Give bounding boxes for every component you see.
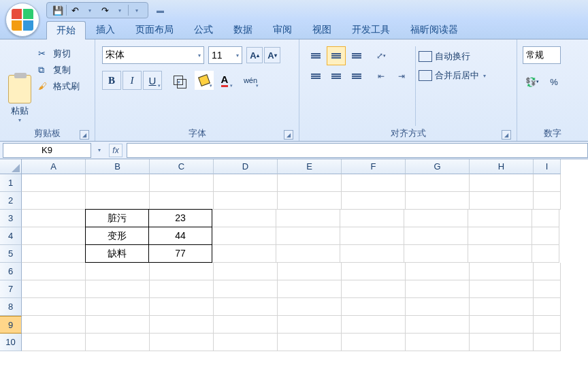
phonetic-button[interactable]: wén▾ [241, 71, 260, 90]
cell-F3[interactable] [340, 210, 404, 227]
increase-indent-button[interactable]: ⇥ [392, 67, 411, 86]
cells-area[interactable]: 脏污23变形44缺料77 [22, 174, 561, 351]
cell-D8[interactable] [214, 298, 278, 316]
cell-H10[interactable] [470, 334, 534, 351]
cell-C7[interactable] [150, 280, 214, 298]
cell-B8[interactable] [86, 298, 150, 316]
cell-F10[interactable] [342, 334, 406, 351]
cell-B2[interactable] [86, 192, 150, 210]
cell-C1[interactable] [150, 174, 214, 192]
cell-A1[interactable] [22, 174, 86, 192]
cell-F2[interactable] [342, 192, 406, 210]
cell-B6[interactable] [86, 263, 150, 280]
cell-A2[interactable] [22, 192, 86, 210]
cell-E4[interactable] [276, 227, 340, 245]
cell-C2[interactable] [150, 192, 214, 210]
cell-A5[interactable] [22, 245, 86, 263]
cell-H4[interactable] [468, 227, 532, 245]
orientation-button[interactable]: ⤢▾ [372, 46, 391, 65]
cell-C10[interactable] [150, 334, 214, 351]
tab-0[interactable]: 开始 [46, 21, 86, 39]
cell-I7[interactable] [534, 280, 561, 298]
italic-button[interactable]: I [122, 71, 142, 90]
cell-H6[interactable] [470, 263, 534, 280]
cell-G8[interactable] [406, 298, 470, 316]
font-color-button[interactable]: A▾ [215, 71, 234, 90]
copy-button[interactable]: ⧉复制 [38, 64, 80, 76]
col-header-G[interactable]: G [406, 159, 470, 174]
paste-button[interactable]: 粘贴 ▾ [4, 42, 35, 126]
cell-H8[interactable] [470, 298, 534, 316]
cell-B10[interactable] [86, 334, 150, 351]
cell-I2[interactable] [534, 192, 561, 210]
cell-A9[interactable] [22, 316, 86, 334]
cell-F8[interactable] [342, 298, 406, 316]
cell-I8[interactable] [534, 298, 561, 316]
row-header-9[interactable]: 9 [0, 316, 22, 334]
cell-F5[interactable] [340, 245, 404, 263]
currency-button[interactable]: 💱▾ [523, 72, 542, 91]
font-size-select[interactable]: 11▾ [208, 46, 242, 64]
cell-A3[interactable] [22, 210, 86, 227]
redo-button[interactable]: ↷ [98, 3, 112, 17]
cell-C5[interactable]: 77 [148, 244, 212, 263]
cell-A10[interactable] [22, 334, 86, 351]
cell-B7[interactable] [86, 280, 150, 298]
cell-A7[interactable] [22, 280, 86, 298]
cell-D1[interactable] [214, 174, 278, 192]
align-middle-button[interactable] [327, 46, 346, 65]
cell-G5[interactable] [404, 245, 468, 263]
name-box[interactable]: K9 [3, 143, 91, 158]
cell-I4[interactable] [532, 227, 559, 245]
cut-button[interactable]: ✂剪切 [38, 48, 80, 60]
cell-B9[interactable] [86, 316, 150, 334]
align-left-button[interactable] [306, 67, 325, 86]
name-box-dropdown[interactable]: ▾ [94, 147, 105, 153]
bold-button[interactable]: B [102, 71, 121, 90]
col-header-A[interactable]: A [22, 159, 86, 174]
row-header-4[interactable]: 4 [0, 227, 22, 245]
cell-I6[interactable] [534, 263, 561, 280]
cell-C8[interactable] [150, 298, 214, 316]
number-format-select[interactable]: 常规 [523, 46, 561, 64]
cell-H9[interactable] [470, 316, 534, 334]
cell-G7[interactable] [406, 280, 470, 298]
cell-D6[interactable] [214, 263, 278, 280]
cell-G3[interactable] [404, 210, 468, 227]
decrease-indent-button[interactable]: ⇤ [372, 67, 391, 86]
tab-8[interactable]: 福昕阅读器 [400, 20, 468, 39]
cell-F9[interactable] [342, 316, 406, 334]
row-header-10[interactable]: 10 [0, 334, 22, 351]
undo-button[interactable]: ↶ [68, 3, 82, 17]
formula-input[interactable] [127, 143, 588, 158]
underline-button[interactable]: U▾ [143, 71, 162, 90]
row-header-5[interactable]: 5 [0, 245, 22, 263]
paste-dropdown[interactable]: ▾ [18, 117, 21, 123]
merge-center-button[interactable]: 合并后居中▾ [419, 69, 486, 82]
cell-E6[interactable] [278, 263, 342, 280]
cell-F6[interactable] [342, 263, 406, 280]
cell-D4[interactable] [212, 227, 276, 245]
cell-G6[interactable] [406, 263, 470, 280]
percent-button[interactable]: % [544, 72, 564, 91]
col-header-I[interactable]: I [534, 159, 561, 174]
cell-H1[interactable] [470, 174, 534, 192]
cell-D7[interactable] [214, 280, 278, 298]
col-header-H[interactable]: H [470, 159, 534, 174]
row-header-2[interactable]: 2 [0, 192, 22, 210]
cell-B4[interactable]: 变形 [85, 227, 149, 245]
cell-A6[interactable] [22, 263, 86, 280]
align-bottom-button[interactable] [347, 46, 366, 65]
cell-G9[interactable] [406, 316, 470, 334]
cell-D5[interactable] [212, 245, 276, 263]
border-button[interactable]: ▾ [169, 71, 188, 90]
row-header-7[interactable]: 7 [0, 280, 22, 298]
shrink-font-button[interactable]: A▾ [264, 47, 280, 63]
row-header-3[interactable]: 3 [0, 210, 22, 227]
cell-E7[interactable] [278, 280, 342, 298]
cell-B3[interactable]: 脏污 [85, 209, 149, 227]
tab-3[interactable]: 公式 [184, 20, 223, 39]
tab-2[interactable]: 页面布局 [125, 20, 184, 39]
col-header-D[interactable]: D [214, 159, 278, 174]
col-header-E[interactable]: E [278, 159, 342, 174]
